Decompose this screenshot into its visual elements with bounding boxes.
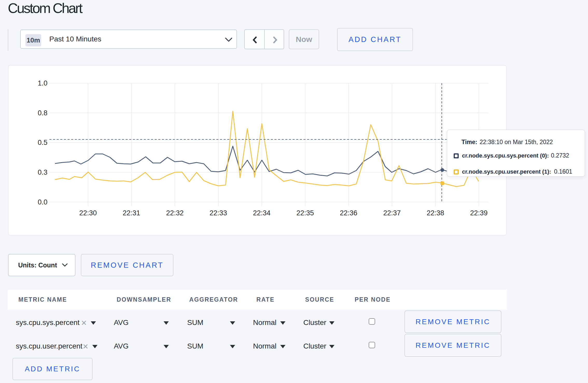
svg-text:22:32: 22:32 bbox=[166, 209, 184, 217]
svg-text:0.5: 0.5 bbox=[38, 139, 47, 146]
svg-text:0.3: 0.3 bbox=[38, 168, 47, 176]
svg-text:22:37: 22:37 bbox=[383, 209, 401, 217]
svg-text:22:39: 22:39 bbox=[470, 209, 488, 217]
svg-text:22:38: 22:38 bbox=[427, 209, 444, 217]
svg-text:1.0: 1.0 bbox=[38, 79, 47, 87]
svg-text:22:35: 22:35 bbox=[296, 209, 314, 217]
svg-text:22:33: 22:33 bbox=[209, 209, 227, 217]
svg-text:22:31: 22:31 bbox=[123, 209, 140, 217]
svg-text:22:34: 22:34 bbox=[253, 209, 271, 217]
svg-text:0.0: 0.0 bbox=[38, 198, 47, 206]
svg-text:0.8: 0.8 bbox=[38, 109, 47, 117]
svg-text:22:36: 22:36 bbox=[340, 209, 358, 217]
svg-text:22:30: 22:30 bbox=[79, 209, 97, 217]
